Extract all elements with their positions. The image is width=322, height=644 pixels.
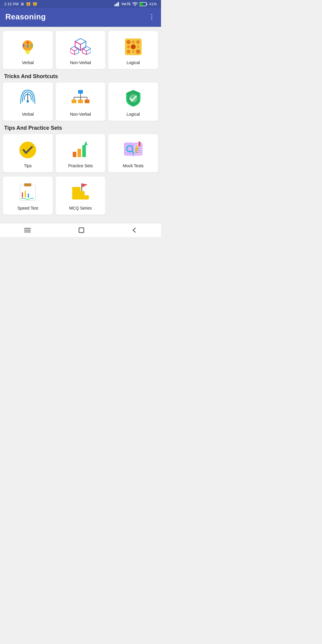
svg-marker-17	[70, 49, 75, 55]
svg-marker-66	[82, 183, 88, 188]
tips-icon	[17, 140, 38, 160]
screen-icon: 🖥	[20, 2, 24, 6]
notification-icon: 🐱	[26, 2, 31, 6]
card-non-verbal[interactable]: Non-Verbal	[56, 31, 106, 69]
card-verbal[interactable]: Verbal	[3, 31, 53, 69]
mcq-series-icon	[70, 182, 91, 203]
wifi-icon	[132, 2, 138, 6]
card-tricks-non-verbal[interactable]: Non-Verbal	[56, 83, 106, 121]
svg-marker-20	[82, 49, 86, 55]
status-right: VoLTE 41%	[114, 2, 157, 6]
card-tips[interactable]: Tips	[3, 134, 53, 172]
practice-row2-grid: Speed Test MCQ Series	[3, 177, 158, 215]
tricks-logical-label: Logical	[126, 112, 140, 117]
signal-icon	[114, 2, 120, 6]
svg-point-23	[132, 41, 135, 44]
svg-point-27	[137, 46, 139, 48]
card-tricks-verbal[interactable]: Verbal	[3, 83, 53, 121]
svg-rect-44	[73, 152, 76, 157]
bottom-nav	[0, 223, 161, 237]
svg-rect-45	[78, 149, 81, 157]
volte-icon: VoLTE	[122, 2, 131, 6]
practice-sets-label: Practice Sets	[68, 163, 93, 168]
svg-rect-39	[72, 100, 76, 103]
svg-point-22	[126, 40, 131, 44]
svg-rect-62	[72, 195, 89, 199]
notification-icon2: 😸	[32, 2, 37, 6]
speed-test-icon	[17, 182, 38, 203]
svg-rect-58	[24, 183, 31, 186]
practice-heading: Tips And Practice Sets	[4, 125, 157, 131]
tricks-verbal-label: Verbal	[22, 112, 34, 117]
mock-tests-label: Mock Tests	[123, 163, 144, 168]
card-mock-tests[interactable]: Mock Tests	[108, 134, 158, 172]
svg-rect-0	[114, 4, 115, 6]
battery-icon	[140, 2, 147, 6]
svg-rect-70	[79, 228, 84, 233]
card-mcq-series[interactable]: MCQ Series	[56, 177, 106, 215]
card-logical[interactable]: Logical	[108, 31, 158, 69]
mcq-series-label: MCQ Series	[69, 206, 92, 210]
main-content: Verbal	[0, 27, 161, 222]
card-speed-test[interactable]: Speed Test	[3, 177, 53, 215]
logical-icon	[123, 36, 144, 57]
svg-rect-64	[72, 187, 80, 191]
logical-label: Logical	[126, 60, 140, 65]
time: 2:15 PM	[4, 2, 18, 6]
tips-label: Tips	[24, 163, 32, 168]
svg-point-26	[131, 44, 136, 49]
svg-rect-41	[85, 100, 89, 103]
svg-point-31	[27, 100, 29, 103]
card-tricks-logical[interactable]: Logical	[108, 83, 158, 121]
verbal-icon	[17, 36, 38, 57]
practice-row1-grid: Tips Practice Sets	[3, 134, 158, 172]
svg-point-4	[134, 5, 135, 6]
card-practice-sets[interactable]: Practice Sets	[56, 134, 106, 172]
status-bar: 2:15 PM 🖥 🐱 😸 VoLTE 41%	[0, 0, 161, 8]
tricks-heading: Tricks And Shortcuts	[4, 73, 157, 80]
svg-marker-12	[75, 38, 86, 44]
svg-point-30	[136, 49, 140, 54]
svg-point-28	[127, 50, 130, 53]
app-header: Reasoning ⋮	[0, 8, 161, 27]
svg-rect-40	[78, 100, 83, 103]
svg-point-24	[136, 40, 140, 44]
tricks-verbal-icon	[17, 88, 38, 109]
nav-back-button[interactable]	[131, 227, 138, 233]
nav-home-button[interactable]	[23, 227, 32, 233]
verbal-label: Verbal	[22, 60, 34, 65]
svg-rect-33	[78, 90, 83, 94]
svg-marker-16	[75, 49, 79, 55]
svg-rect-7	[140, 3, 143, 5]
practice-sets-icon	[70, 140, 91, 160]
top-categories-grid: Verbal	[3, 31, 158, 69]
tricks-logical-icon	[123, 88, 144, 109]
mock-tests-icon	[123, 140, 144, 160]
non-verbal-icon	[70, 36, 91, 57]
non-verbal-label: Non-Verbal	[70, 60, 91, 65]
svg-point-25	[127, 45, 130, 48]
svg-marker-19	[86, 49, 91, 55]
empty-slot	[108, 177, 158, 215]
tricks-grid: Verbal	[3, 83, 158, 121]
nav-square-button[interactable]	[78, 227, 85, 233]
overflow-menu-button[interactable]: ⋮	[148, 13, 156, 21]
svg-rect-46	[82, 145, 86, 157]
svg-point-29	[132, 50, 134, 53]
status-left: 2:15 PM 🖥 🐱 😸	[4, 2, 37, 6]
svg-rect-1	[116, 4, 117, 6]
page-title: Reasoning	[5, 12, 46, 21]
speed-test-label: Speed Test	[17, 206, 38, 210]
svg-rect-2	[117, 3, 118, 6]
tricks-non-verbal-label: Non-Verbal	[70, 112, 91, 117]
svg-rect-63	[72, 191, 85, 195]
tricks-non-verbal-icon	[70, 88, 91, 109]
battery-percent: 41%	[149, 2, 157, 6]
svg-rect-6	[146, 3, 147, 5]
svg-rect-3	[118, 2, 119, 6]
